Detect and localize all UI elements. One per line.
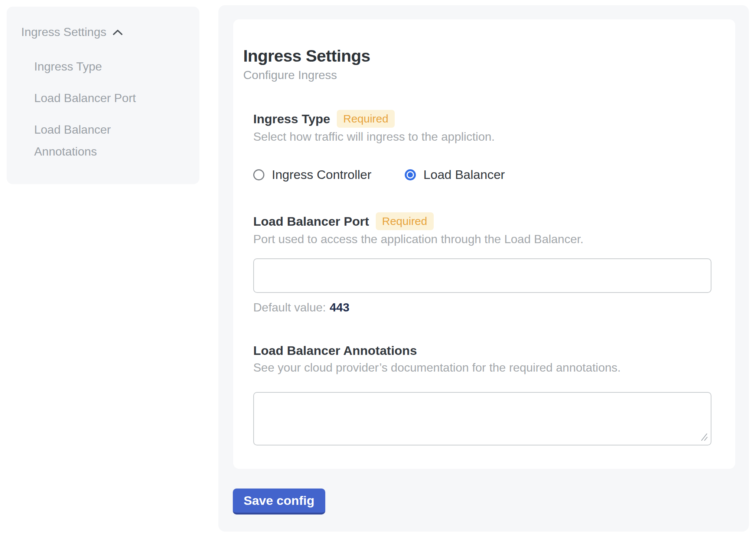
section-load-balancer-port: Load Balancer Port Required Port used to… bbox=[253, 212, 711, 315]
load-balancer-annotations-label: Load Balancer Annotations bbox=[253, 342, 417, 359]
resize-handle-icon[interactable] bbox=[700, 432, 708, 443]
default-value-row: Default value:443 bbox=[253, 300, 711, 315]
sidebar-item-load-balancer-port[interactable]: Load Balancer Port bbox=[34, 87, 168, 109]
load-balancer-port-description: Port used to access the application thro… bbox=[253, 231, 711, 247]
load-balancer-annotations-textarea[interactable] bbox=[254, 393, 711, 445]
chevron-up-icon bbox=[112, 28, 123, 36]
settings-sidebar: Ingress Settings Ingress Type Load Balan… bbox=[7, 7, 199, 184]
sidebar-item-list: Ingress Type Load Balancer Port Load Bal… bbox=[21, 56, 188, 163]
ingress-type-radio-group: Ingress Controller Load Balancer bbox=[253, 167, 711, 182]
page-title: Ingress Settings bbox=[243, 46, 370, 66]
save-config-button[interactable]: Save config bbox=[233, 489, 325, 514]
required-badge: Required bbox=[337, 110, 395, 128]
ingress-type-label: Ingress Type bbox=[253, 111, 330, 127]
ingress-type-description: Select how traffic will ingress to the a… bbox=[253, 128, 711, 145]
page-subtitle: Configure Ingress bbox=[243, 68, 337, 82]
radio-load-balancer[interactable] bbox=[405, 169, 416, 180]
sidebar-group-ingress-settings[interactable]: Ingress Settings bbox=[21, 24, 188, 39]
config-card: Ingress Settings Configure Ingress Ingre… bbox=[233, 19, 735, 469]
radio-ingress-controller[interactable] bbox=[253, 169, 264, 180]
sidebar-item-load-balancer-annotations[interactable]: Load Balancer Annotations bbox=[34, 119, 168, 163]
config-panel: Ingress Settings Configure Ingress Ingre… bbox=[218, 5, 749, 532]
sidebar-group-label: Ingress Settings bbox=[21, 24, 106, 39]
radio-option-ingress-controller[interactable]: Ingress Controller bbox=[253, 167, 371, 182]
section-load-balancer-annotations: Load Balancer Annotations See your cloud… bbox=[253, 342, 711, 445]
load-balancer-annotations-field bbox=[253, 392, 711, 445]
default-value-label: Default value: bbox=[253, 301, 326, 314]
radio-label-load-balancer: Load Balancer bbox=[423, 167, 505, 182]
load-balancer-port-label: Load Balancer Port bbox=[253, 213, 369, 229]
radio-option-load-balancer[interactable]: Load Balancer bbox=[405, 167, 505, 182]
required-badge: Required bbox=[376, 212, 434, 230]
default-value-number: 443 bbox=[330, 301, 349, 314]
section-ingress-type: Ingress Type Required Select how traffic… bbox=[253, 110, 711, 182]
load-balancer-annotations-description: See your cloud provider’s documentation … bbox=[253, 359, 711, 376]
load-balancer-port-input[interactable] bbox=[253, 258, 711, 293]
radio-label-ingress-controller: Ingress Controller bbox=[272, 167, 371, 182]
sidebar-item-ingress-type[interactable]: Ingress Type bbox=[34, 56, 168, 78]
